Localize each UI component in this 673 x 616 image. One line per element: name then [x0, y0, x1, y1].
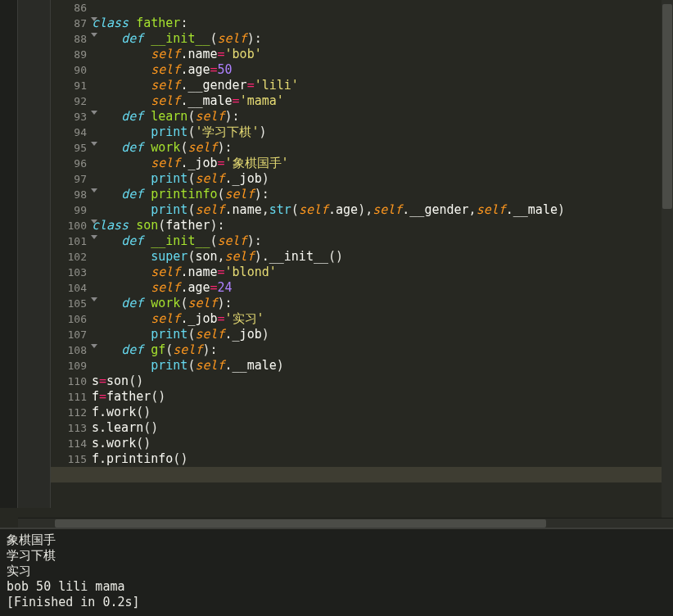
code-line[interactable]: def printinfo(self): [92, 187, 673, 202]
code-line[interactable]: f.work() [92, 405, 673, 420]
code-line[interactable]: f=father() [92, 389, 673, 405]
code-line[interactable]: print('学习下棋') [92, 125, 673, 140]
line-number: 115 [51, 451, 87, 467]
code-line[interactable]: def gf(self): [92, 342, 673, 358]
code-line[interactable]: self.__gender='lili' [92, 78, 673, 93]
token-op: = [247, 78, 255, 93]
line-number: 92 [51, 93, 87, 109]
line-number: 113 [51, 420, 87, 436]
code-line[interactable]: class father: [92, 16, 673, 31]
token-self: self [195, 109, 224, 124]
line-number: 95 [51, 140, 87, 156]
line-number: 104 [51, 280, 87, 296]
line-number: 105 [51, 296, 87, 311]
line-number: 102 [51, 249, 87, 265]
code-line[interactable]: def work(self): [92, 296, 673, 311]
line-number-gutter[interactable]: 8687888990919293949596979899100101102103… [51, 0, 92, 482]
code-line[interactable]: self.name='blond' [92, 265, 673, 280]
token-name: name [187, 47, 217, 61]
code-line[interactable]: s=son() [92, 374, 673, 389]
token-str: 'bob' [225, 47, 262, 61]
code-line[interactable]: self.age=50 [92, 62, 673, 78]
code-line[interactable]: class son(father): [92, 218, 673, 233]
token-self: self [195, 358, 224, 373]
token-name: . [99, 405, 106, 419]
token-op: = [218, 156, 225, 170]
horizontal-scrollbar-thumb[interactable] [55, 519, 546, 528]
code-line[interactable]: print(self._job) [92, 327, 673, 342]
code-line[interactable]: self.__male='mama' [92, 93, 673, 109]
code-line[interactable]: def learn(self): [92, 109, 673, 125]
token-name: work [106, 405, 136, 419]
vertical-scrollbar[interactable] [662, 0, 673, 518]
token-str: 'mama' [240, 93, 284, 108]
code-line[interactable]: def __init__(self): [92, 233, 673, 249]
token-paren: ) [218, 296, 225, 310]
code-line[interactable]: super(son,self).__init__() [92, 249, 673, 265]
token-paren: ) [158, 389, 165, 404]
code-line[interactable]: self.name='bob' [92, 47, 673, 62]
token-paren: ( [210, 31, 218, 46]
token-name: s [92, 374, 99, 388]
line-number: 107 [51, 327, 87, 342]
code-line[interactable]: print(self._job) [92, 171, 673, 187]
token-name [92, 187, 121, 202]
output-console[interactable]: 象棋国手学习下棋实习bob 50 lili mama[Finished in 0… [0, 528, 673, 616]
line-number: 90 [51, 62, 87, 78]
token-fn: __init__ [151, 233, 210, 248]
token-builtin: print [151, 171, 187, 186]
token-name: name [233, 202, 262, 217]
code-line[interactable]: print(self.name,str(self.age),self.__gen… [92, 202, 673, 218]
token-defkw: def [121, 187, 151, 202]
token-self: self [373, 202, 402, 217]
token-name: . [225, 202, 233, 217]
token-builtin: str [269, 202, 291, 217]
token-name [92, 109, 121, 124]
token-fn: work [151, 140, 180, 155]
token-name: father [106, 389, 151, 404]
token-name: __gender [409, 202, 468, 217]
code-line[interactable]: self.age=24 [92, 280, 673, 296]
code-line[interactable]: def work(self): [92, 140, 673, 156]
token-self: self [195, 327, 224, 342]
token-name: . [225, 358, 233, 373]
token-builtin: print [151, 202, 187, 217]
token-paren: ) [558, 202, 565, 217]
code-line[interactable]: s.work() [92, 436, 673, 451]
token-name: _job [187, 156, 217, 170]
code-line[interactable]: self._job='实习' [92, 311, 673, 327]
line-number: 97 [51, 171, 87, 187]
token-cls: father [136, 16, 180, 30]
token-defkw: def [121, 31, 151, 46]
token-defkw: def [121, 296, 151, 310]
token-name: . [99, 451, 106, 466]
token-defkw: def [121, 233, 151, 248]
code-line[interactable]: self._job='象棋国手' [92, 156, 673, 171]
token-name [92, 47, 151, 61]
token-paren: : [180, 16, 187, 30]
code-line[interactable]: f.printinfo() [92, 451, 673, 467]
code-editor[interactable]: 8687888990919293949596979899100101102103… [51, 0, 673, 508]
token-name: . [225, 171, 233, 186]
token-paren: ) [225, 109, 233, 124]
code-line[interactable] [92, 467, 673, 482]
token-name: . [402, 202, 409, 217]
code-line[interactable]: def __init__(self): [92, 31, 673, 47]
token-name: s [92, 420, 99, 435]
code-line[interactable] [92, 0, 673, 16]
token-self: self [195, 202, 224, 217]
token-name [92, 62, 151, 77]
token-name: . [328, 202, 336, 217]
token-name: _job [187, 311, 217, 326]
console-line: 学习下棋 [7, 548, 666, 564]
vertical-scrollbar-thumb[interactable] [662, 4, 672, 209]
code-line[interactable]: print(self.__male) [92, 358, 673, 374]
line-number: 114 [51, 436, 87, 451]
code-line[interactable]: s.learn() [92, 420, 673, 436]
code-area[interactable]: class father: def __init__(self): self.n… [92, 0, 673, 482]
token-name [92, 342, 121, 357]
column-marker [18, 0, 51, 508]
horizontal-scrollbar[interactable] [18, 518, 673, 528]
token-paren: , [262, 202, 269, 217]
token-paren: ) [255, 249, 262, 264]
